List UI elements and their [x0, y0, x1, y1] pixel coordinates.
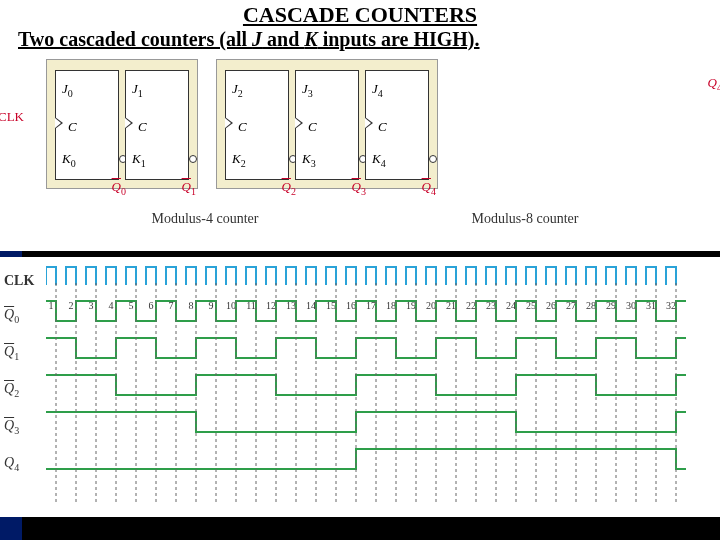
row-label-q4: Q4: [4, 455, 19, 473]
flipflop-4: J4 C K4 Q4: [365, 70, 429, 180]
clock-edge-icon: [225, 117, 233, 129]
title-area: CASCADE COUNTERS Two cascaded counters (…: [0, 0, 720, 51]
q2-waveform: [46, 371, 686, 401]
row-label-q0: Q0: [4, 307, 19, 325]
mod8-caption: Modulus-8 counter: [340, 211, 710, 227]
page-title: CASCADE COUNTERS: [0, 2, 720, 28]
clk-pin: C: [68, 119, 77, 135]
flipflop-3: J3 C K3 Q3: [295, 70, 359, 180]
counters-row: J0 C K0 Q0 J1 C K1 Q1 J2 C K2: [46, 59, 710, 189]
k-pin: K4: [372, 151, 386, 169]
k-pin: K2: [232, 151, 246, 169]
clock-edge-icon: [55, 117, 63, 129]
q4-waveform: [46, 445, 686, 475]
j-pin: J4: [372, 81, 383, 99]
clock-edge-icon: [295, 117, 303, 129]
q1-waveform: [46, 334, 686, 364]
qbar-label: Q0: [112, 179, 126, 197]
schematic-panel: CLK Q4 J0 C K0 Q0 J1 C K1 Q1 J2: [0, 51, 720, 251]
clk-waveform: [46, 263, 686, 285]
subtitle-part: inputs are HIGH).: [318, 28, 480, 50]
subtitle-ital-k: K: [304, 28, 317, 50]
inverted-output-icon: [189, 155, 197, 163]
clock-edge-icon: [125, 117, 133, 129]
page-subtitle: Two cascaded counters (all J and K input…: [0, 28, 720, 51]
row-label-q3: Q3: [4, 418, 19, 436]
mod4-caption: Modulus-4 counter: [70, 211, 340, 227]
q0-waveform: [46, 297, 686, 327]
qbar-label: Q4: [422, 179, 436, 197]
row-label-q1: Q1: [4, 344, 19, 362]
j-pin: J3: [302, 81, 313, 99]
q2-row: Q2: [46, 371, 710, 408]
q3-row: Q3: [46, 408, 710, 445]
clk-pin: C: [138, 119, 147, 135]
j-pin: J1: [132, 81, 143, 99]
q1-row: Q1: [46, 334, 710, 371]
k-pin: K3: [302, 151, 316, 169]
timing-diagram: CLK 123456789101112131415161718192021222…: [0, 257, 720, 517]
subtitle-part: Two cascaded counters (all: [18, 28, 252, 50]
q0-row: Q0: [46, 297, 710, 334]
flipflop-1: J1 C K1 Q1: [125, 70, 189, 180]
flipflop-0: J0 C K0 Q0: [55, 70, 119, 180]
j-pin: J2: [232, 81, 243, 99]
q4-row: Q4: [46, 445, 710, 482]
q4-output-label: Q4: [708, 75, 720, 93]
k-pin: K0: [62, 151, 76, 169]
clock-edge-icon: [365, 117, 373, 129]
row-label-q2: Q2: [4, 381, 19, 399]
clk-pin: C: [238, 119, 247, 135]
j-pin: J0: [62, 81, 73, 99]
modulus-4-counter: J0 C K0 Q0 J1 C K1 Q1: [46, 59, 198, 189]
clk-pin: C: [308, 119, 317, 135]
row-label-clk: CLK: [4, 273, 34, 289]
q3-waveform: [46, 408, 686, 438]
clk-row: CLK 123456789101112131415161718192021222…: [46, 263, 710, 297]
modulus-8-counter: J2 C K2 Q2 J3 C K3 Q3 J4 C K4: [216, 59, 438, 189]
clk-pin: C: [378, 119, 387, 135]
clk-label: CLK: [0, 109, 24, 125]
k-pin: K1: [132, 151, 146, 169]
flipflop-2: J2 C K2 Q2: [225, 70, 289, 180]
qbar-label: Q1: [182, 179, 196, 197]
subtitle-ital-j: J: [252, 28, 262, 50]
inverted-output-icon: [429, 155, 437, 163]
qbar-label: Q2: [282, 179, 296, 197]
qbar-label: Q3: [352, 179, 366, 197]
subtitle-part: and: [262, 28, 304, 50]
